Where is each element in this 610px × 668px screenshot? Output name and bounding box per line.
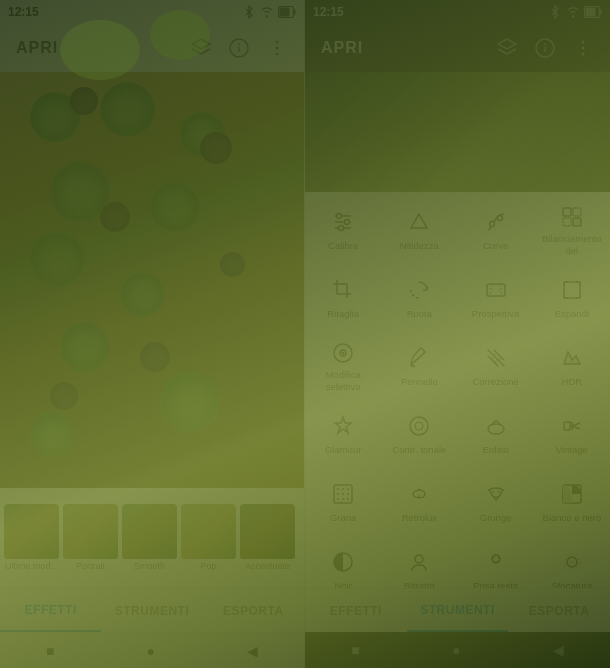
- right-preview: [305, 72, 610, 192]
- right-preview-inner: [305, 72, 610, 192]
- right-panel: 12:15 APRI: [305, 0, 610, 668]
